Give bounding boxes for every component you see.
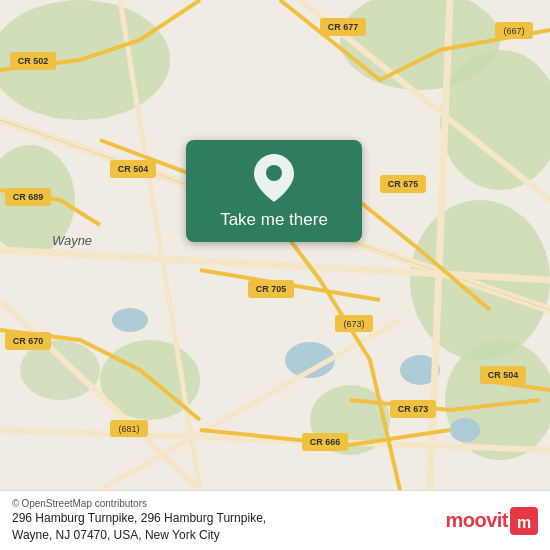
svg-text:CR 705: CR 705 — [256, 284, 287, 294]
svg-text:CR 677: CR 677 — [328, 22, 359, 32]
location-pin-icon — [254, 154, 294, 202]
svg-point-12 — [450, 418, 480, 442]
svg-text:m: m — [517, 514, 531, 531]
svg-text:Wayne: Wayne — [52, 233, 92, 248]
svg-point-13 — [112, 308, 148, 332]
map-container: CR 502 CR 677 (667) CR 689 CR 504 CR 675… — [0, 0, 550, 490]
copyright-symbol: © — [12, 498, 19, 509]
svg-text:CR 504: CR 504 — [488, 370, 519, 380]
moovit-logo-text: moovit — [445, 509, 508, 532]
moovit-icon: m — [510, 507, 538, 535]
svg-text:CR 673: CR 673 — [398, 404, 429, 414]
svg-text:CR 689: CR 689 — [13, 192, 44, 202]
bottom-info: © OpenStreetMap contributors 296 Hamburg… — [12, 498, 445, 542]
svg-point-50 — [266, 165, 282, 181]
svg-text:CR 504: CR 504 — [118, 164, 149, 174]
moovit-logo: moovit m — [445, 507, 538, 535]
svg-text:CR 670: CR 670 — [13, 336, 44, 346]
button-label: Take me there — [220, 210, 328, 230]
svg-text:(667): (667) — [503, 26, 524, 36]
svg-text:(681): (681) — [118, 424, 139, 434]
address-text: 296 Hamburg Turnpike, 296 Hamburg Turnpi… — [12, 510, 445, 542]
svg-text:(673): (673) — [343, 319, 364, 329]
openstreetmap-credit: © OpenStreetMap contributors — [12, 498, 445, 509]
svg-text:CR 502: CR 502 — [18, 56, 49, 66]
take-me-there-button[interactable]: Take me there — [186, 140, 362, 242]
bottom-bar: © OpenStreetMap contributors 296 Hamburg… — [0, 490, 550, 550]
svg-text:CR 675: CR 675 — [388, 179, 419, 189]
svg-text:CR 666: CR 666 — [310, 437, 341, 447]
osm-text: OpenStreetMap contributors — [21, 498, 147, 509]
